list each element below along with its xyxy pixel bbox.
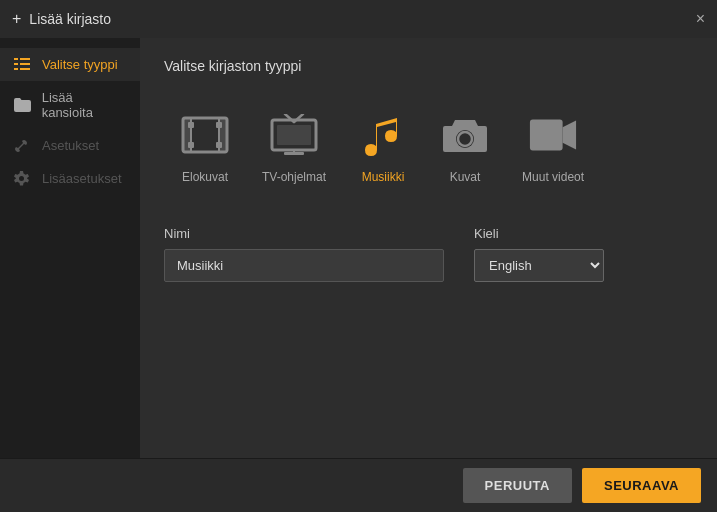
svg-rect-1: [20, 58, 30, 60]
wrench-icon: [14, 139, 32, 153]
sidebar-item-label: Lisäasetukset: [42, 171, 122, 186]
name-group: Nimi: [164, 226, 444, 282]
sidebar-item-add-folders[interactable]: Lisää kansioita: [0, 81, 140, 129]
sidebar-item-lib-settings: Lisäasetukset: [0, 162, 140, 195]
svg-rect-0: [14, 58, 18, 60]
gear-icon: [14, 171, 32, 186]
music-label: Musiikki: [362, 170, 405, 184]
lib-type-music[interactable]: Musiikki: [342, 98, 424, 196]
svg-point-23: [476, 129, 481, 134]
lib-type-photos[interactable]: Kuvat: [424, 98, 506, 196]
bottom-bar: PERUUTA SEURAAVA: [0, 458, 717, 512]
lang-label: Kieli: [474, 226, 604, 241]
main-layout: Valitse tyyppi Lisää kansioita Asetukset: [0, 38, 717, 458]
folder-icon: [14, 98, 32, 112]
svg-marker-25: [563, 121, 576, 150]
title-bar: + Lisää kirjasto ×: [0, 0, 717, 38]
sidebar: Valitse tyyppi Lisää kansioita Asetukset: [0, 38, 140, 458]
film-icon: [180, 110, 230, 160]
svg-rect-17: [284, 152, 304, 155]
form-row: Nimi Kieli English Finnish Swedish Germa…: [164, 226, 693, 282]
sidebar-item-settings: Asetukset: [0, 129, 140, 162]
svg-rect-3: [20, 63, 30, 65]
lib-type-selector: Elokuvat TV-ohjelmat: [164, 98, 693, 196]
content-area: Valitse kirjaston tyyppi: [140, 38, 717, 458]
sidebar-item-label: Asetukset: [42, 138, 99, 153]
title-bar-left: + Lisää kirjasto: [12, 10, 111, 28]
lib-type-videos[interactable]: Muut videot: [506, 98, 600, 196]
music-icon: [358, 110, 408, 160]
content-title: Valitse kirjaston tyyppi: [164, 58, 693, 74]
svg-rect-2: [14, 63, 18, 65]
lang-group: Kieli English Finnish Swedish German Fre…: [474, 226, 604, 282]
movies-label: Elokuvat: [182, 170, 228, 184]
cancel-button[interactable]: PERUUTA: [463, 468, 572, 503]
photos-label: Kuvat: [450, 170, 481, 184]
close-button[interactable]: ×: [696, 11, 705, 27]
svg-rect-24: [530, 120, 563, 151]
lang-select[interactable]: English Finnish Swedish German French: [474, 249, 604, 282]
svg-rect-16: [277, 125, 311, 145]
plus-icon: +: [12, 10, 21, 28]
lib-type-tvshows[interactable]: TV-ohjelmat: [246, 98, 342, 196]
svg-rect-5: [20, 68, 30, 70]
svg-rect-4: [14, 68, 18, 70]
tv-icon: [269, 110, 319, 160]
video-icon: [528, 110, 578, 160]
next-button[interactable]: SEURAAVA: [582, 468, 701, 503]
name-input[interactable]: [164, 249, 444, 282]
sidebar-item-label: Lisää kansioita: [42, 90, 126, 120]
list-icon: [14, 58, 32, 72]
videos-label: Muut videot: [522, 170, 584, 184]
tvshows-label: TV-ohjelmat: [262, 170, 326, 184]
dialog-title: Lisää kirjasto: [29, 11, 111, 27]
camera-icon: [440, 110, 490, 160]
lib-type-movies[interactable]: Elokuvat: [164, 98, 246, 196]
sidebar-item-select-type[interactable]: Valitse tyyppi: [0, 48, 140, 81]
sidebar-item-label: Valitse tyyppi: [42, 57, 118, 72]
name-label: Nimi: [164, 226, 444, 241]
